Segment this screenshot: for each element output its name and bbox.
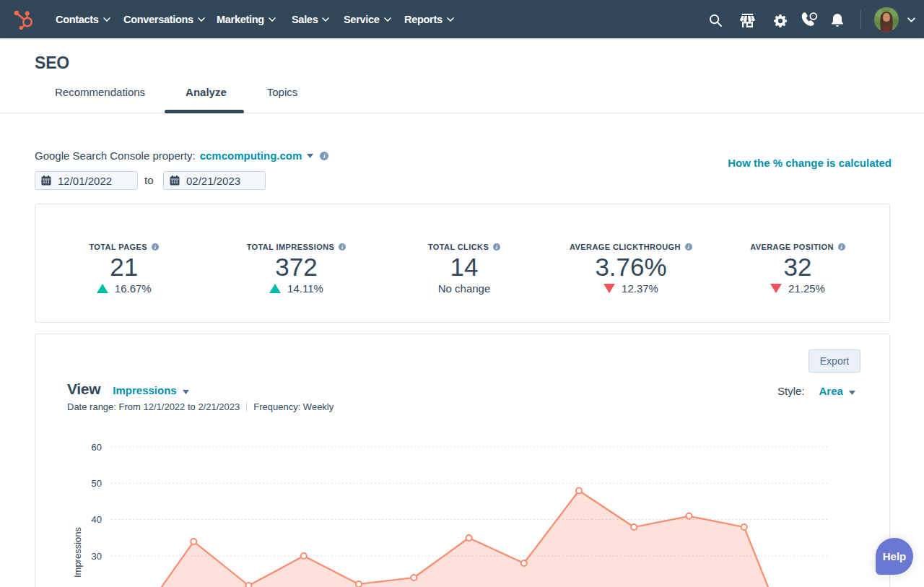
svg-text:40: 40 <box>92 514 102 525</box>
svg-text:30: 30 <box>92 551 102 562</box>
svg-text:60: 60 <box>92 442 102 453</box>
svg-text:Impressions: Impressions <box>72 526 83 578</box>
svg-text:50: 50 <box>92 478 102 489</box>
